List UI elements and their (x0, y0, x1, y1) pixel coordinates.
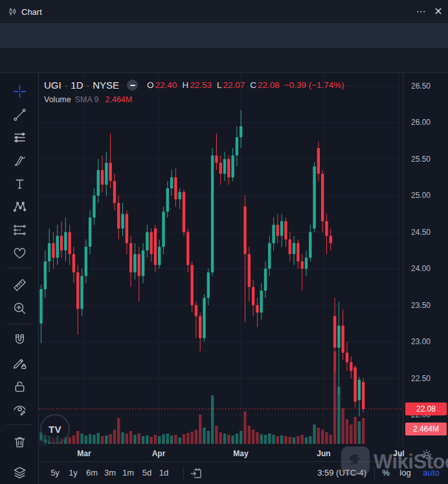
theme-sun-icon[interactable] (421, 448, 432, 460)
price-tick: 23.50 (411, 301, 443, 310)
tool-xabcd-pattern-icon[interactable] (8, 195, 31, 218)
tool-remove-drawings-icon[interactable] (8, 430, 31, 454)
legend-exchange: NYSE (93, 80, 119, 91)
range-button-6m[interactable]: 6m (83, 462, 101, 484)
title-bar: Chart ⋯ ✕ (0, 0, 448, 24)
volume-sma-label: SMA 9 (75, 95, 99, 104)
month-tick-jun: Jun (311, 449, 337, 458)
change-value: −0.39 (−1.74%) (284, 80, 344, 90)
low-value: 22.07 (223, 80, 245, 90)
month-tick-may: May (228, 449, 254, 458)
symbol-search-bar[interactable]: UGI Search by $Symbol, +Link or Security… (0, 24, 448, 48)
tool-object-tree-icon[interactable] (8, 461, 31, 484)
range-button-3m[interactable]: 3m (101, 462, 119, 484)
tool-hide-drawings-icon[interactable] (8, 398, 31, 421)
go-to-date-icon[interactable] (188, 466, 205, 480)
drawing-tools-sidebar (0, 73, 39, 484)
volume-legend: Volume SMA 9 2.464M (44, 95, 132, 104)
window-title: Chart (21, 0, 42, 24)
price-tick: 25.00 (411, 191, 443, 200)
window-close-button[interactable]: ✕ (430, 0, 447, 24)
price-tick: 24.00 (411, 264, 443, 273)
chart-pane[interactable]: UGI · 1D · NYSE O22.40 H22.53 L22.07 C22… (39, 73, 403, 446)
range-button-5y[interactable]: 5y (46, 462, 64, 484)
chart-window-icon (7, 6, 18, 17)
hide-series-button[interactable] (127, 80, 138, 91)
price-axis[interactable]: 26.5026.0025.5025.0024.5024.0023.5023.00… (403, 73, 448, 446)
symbol-legend: UGI · 1D · NYSE O22.40 H22.53 L22.07 C22… (44, 80, 344, 91)
sidebar-divider (6, 424, 32, 425)
bottom-toolbar: 5y1y6m3m1m5d1d 3:59 (UTC-4) % log auto (39, 461, 448, 484)
candlestick-plot (39, 73, 403, 446)
range-button-5d[interactable]: 5d (138, 462, 156, 484)
percent-scale-button[interactable]: % (380, 462, 392, 484)
month-tick-jul: Jul (386, 449, 412, 458)
legend-interval: 1D (71, 80, 83, 91)
sidebar-divider (6, 324, 32, 324)
price-tick: 25.50 (411, 155, 443, 164)
tool-drawing-sync-lock-icon[interactable] (8, 351, 31, 375)
legend-symbol[interactable]: UGI (44, 80, 62, 91)
range-button-1y[interactable]: 1y (64, 462, 82, 484)
range-button-1d[interactable]: 1d (155, 462, 173, 484)
tool-heart-icon[interactable] (8, 241, 31, 265)
log-scale-button[interactable]: log (396, 462, 415, 484)
ohlc-values: O22.40 H22.53 L22.07 C22.08 −0.39 (−1.74… (147, 80, 344, 90)
tool-parallel-lines-icon[interactable] (8, 126, 31, 149)
clock-timezone[interactable]: 3:59 (UTC-4) (285, 462, 366, 484)
open-value: 22.40 (155, 80, 177, 90)
tool-forecast-icon[interactable] (8, 218, 31, 241)
last-price-label: 22.08 (405, 402, 447, 415)
high-value: 22.53 (190, 80, 212, 90)
tool-lock-all-icon[interactable] (8, 375, 31, 398)
time-axis[interactable]: MarAprMayJunJul (39, 446, 448, 461)
price-tick: 23.00 (411, 337, 443, 346)
auto-scale-button[interactable]: auto (418, 462, 444, 484)
tradingview-logo[interactable]: TV (40, 414, 70, 444)
price-tick: 24.50 (411, 228, 443, 237)
tool-ruler-icon[interactable] (8, 273, 31, 296)
volume-value: 2.464M (106, 95, 133, 104)
tool-crosshair-icon[interactable] (8, 80, 31, 103)
close-value: 22.08 (258, 80, 280, 90)
volume-label[interactable]: Volume (44, 95, 71, 104)
window-overflow-button[interactable]: ⋯ (412, 0, 429, 24)
chart-window: Chart ⋯ ✕ UGI Search by $Symbol, +Link o… (0, 0, 448, 484)
chart-toolbar: D ƒx drawings (0, 48, 448, 73)
tool-magnet-icon[interactable] (8, 328, 31, 351)
month-tick-apr: Apr (146, 449, 172, 458)
range-button-1m[interactable]: 1m (119, 462, 137, 484)
price-tick: 22.50 (411, 374, 443, 383)
sidebar-divider (6, 268, 32, 269)
volume-axis-label: 2.464M (405, 423, 447, 435)
tool-brush-icon[interactable] (8, 149, 31, 172)
tool-text-icon[interactable] (8, 172, 31, 195)
tool-trend-line-icon[interactable] (8, 103, 31, 126)
month-tick-mar: Mar (71, 449, 97, 458)
price-tick: 26.00 (411, 118, 443, 127)
price-tick: 26.50 (411, 82, 443, 91)
tool-zoom-in-icon[interactable] (8, 296, 31, 320)
